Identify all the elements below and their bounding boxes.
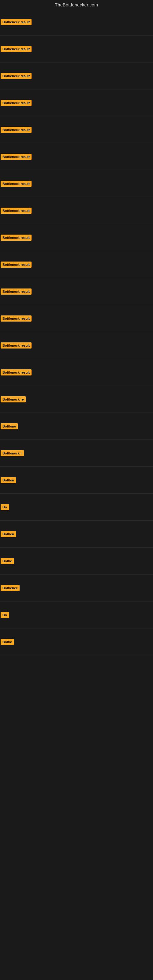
bottleneck-row: Bottleneck result xyxy=(0,170,153,197)
bottleneck-badge[interactable]: Bottleneck result xyxy=(1,288,32,294)
bottleneck-row: Bottlen xyxy=(0,520,153,547)
bottleneck-row: Bottleneck result xyxy=(0,332,153,359)
bottleneck-badge[interactable]: Bo xyxy=(1,504,9,510)
bottleneck-row: Bottleneck result xyxy=(0,9,153,35)
bottleneck-badge[interactable]: Bottle xyxy=(1,558,14,564)
bottleneck-badge[interactable]: Bottleneck r xyxy=(1,450,24,456)
bottleneck-badge[interactable]: Bottleneck result xyxy=(1,235,32,241)
bottleneck-badge[interactable]: Bottleneck result xyxy=(1,46,32,52)
bottleneck-row: Bottleneck result xyxy=(0,224,153,251)
bottleneck-row: Bottleneck result xyxy=(0,116,153,143)
bottleneck-badge[interactable]: Bottlene xyxy=(1,423,18,430)
bottleneck-badge[interactable]: Bottleneck result xyxy=(1,261,32,268)
bottleneck-badge[interactable]: Bottleneck result xyxy=(1,342,32,348)
bottleneck-badge[interactable]: Bottleneck result xyxy=(1,369,32,375)
bottleneck-row: Bottleneck result xyxy=(0,62,153,89)
bottleneck-row: Bottleneck result xyxy=(0,89,153,116)
bottleneck-row: Bottlen xyxy=(0,467,153,494)
bottleneck-row: Bottleneck result xyxy=(0,143,153,170)
bottleneck-badge[interactable]: Bottleneck result xyxy=(1,181,32,187)
bottleneck-badge[interactable]: Bottleneck result xyxy=(1,19,32,25)
bottleneck-badge[interactable]: Bottle xyxy=(1,639,14,645)
bottleneck-row: Bottleneck result xyxy=(0,35,153,62)
bottleneck-row: Bottleneck re xyxy=(0,386,153,413)
bottleneck-row: Bottlene xyxy=(0,413,153,440)
bottleneck-row: Bottleneck result xyxy=(0,197,153,224)
bottleneck-container: Bottleneck resultBottleneck resultBottle… xyxy=(0,9,153,655)
bottleneck-badge[interactable]: Bottleneck result xyxy=(1,73,32,79)
bottleneck-row: Bottleneck result xyxy=(0,359,153,386)
bottleneck-badge[interactable]: Bottleneck re xyxy=(1,396,26,402)
bottleneck-row: Bottleneck r xyxy=(0,440,153,467)
bottleneck-row: Bottleneck result xyxy=(0,251,153,278)
site-title: TheBottlenecker.com xyxy=(0,0,153,9)
bottleneck-badge[interactable]: Bottleneck result xyxy=(1,315,32,321)
bottleneck-badge[interactable]: Bottlen xyxy=(1,531,16,537)
bottleneck-row: Bottleneck result xyxy=(0,305,153,332)
bottleneck-badge[interactable]: Bottleneck result xyxy=(1,208,32,214)
bottleneck-badge[interactable]: Bo xyxy=(1,612,9,618)
bottleneck-row: Bottle xyxy=(0,628,153,655)
bottleneck-badge[interactable]: Bottleneck result xyxy=(1,100,32,106)
bottleneck-row: Bottleneck result xyxy=(0,278,153,305)
bottleneck-row: Bottlenec xyxy=(0,574,153,601)
bottleneck-badge[interactable]: Bottleneck result xyxy=(1,154,32,160)
bottleneck-row: Bo xyxy=(0,494,153,520)
bottleneck-badge[interactable]: Bottleneck result xyxy=(1,127,32,133)
bottleneck-badge[interactable]: Bottlenec xyxy=(1,585,19,591)
bottleneck-row: Bo xyxy=(0,601,153,628)
bottleneck-badge[interactable]: Bottlen xyxy=(1,477,16,483)
bottleneck-row: Bottle xyxy=(0,547,153,574)
